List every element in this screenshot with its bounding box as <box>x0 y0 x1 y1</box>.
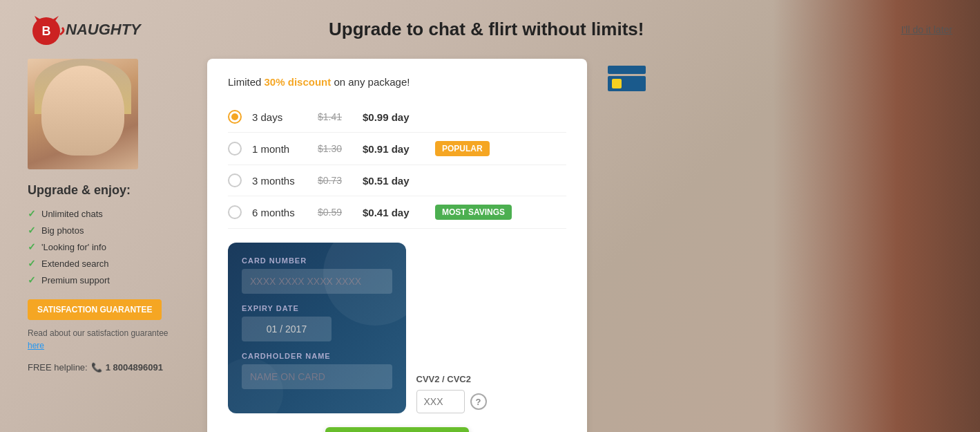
pay-now-button[interactable]: Pay now! <box>325 427 469 432</box>
current-price-3months: $0.51 day <box>363 175 425 187</box>
check-icon: ✓ <box>28 258 36 269</box>
benefit-item: ✓ Extended search <box>28 258 186 269</box>
upgrade-title: Upgrade & enjoy: <box>28 183 186 198</box>
original-price-1month: $1.30 <box>318 143 352 154</box>
satisfaction-text: Read about our satisfaction guarantee he… <box>28 327 186 352</box>
card-icon <box>608 66 646 91</box>
popular-badge: POPULAR <box>435 141 490 156</box>
original-price-3days: $1.41 <box>318 111 352 122</box>
cardholder-input[interactable] <box>242 364 392 389</box>
check-icon: ✓ <box>28 208 36 219</box>
satisfaction-link[interactable]: here <box>28 341 44 350</box>
helpline-number: 1 8004896091 <box>106 362 163 373</box>
profile-photo <box>28 59 138 169</box>
cvv-help-icon[interactable]: ? <box>470 393 487 410</box>
helpline: FREE helpline: 📞 1 8004896091 <box>28 362 186 373</box>
card-number-input[interactable] <box>242 269 392 294</box>
discount-text: Limited <box>228 76 261 88</box>
plan-3days[interactable]: 3 days $1.41 $0.99 day <box>228 102 566 133</box>
right-section: CVV2 / CVC2 ? <box>416 243 567 413</box>
plan-3months[interactable]: 3 months $0.73 $0.51 day <box>228 165 566 196</box>
card-stripe-chip <box>608 76 646 91</box>
current-price-6months: $0.41 day <box>363 207 425 218</box>
card-number-label: CARD NUMBER <box>242 256 392 265</box>
profile-face <box>41 66 124 156</box>
check-icon: ✓ <box>28 274 36 285</box>
benefit-label: Big photos <box>41 225 84 236</box>
original-price-3months: $0.73 <box>318 175 352 186</box>
benefits-list: ✓ Unlimited chats ✓ Big photos ✓ 'Lookin… <box>28 208 186 285</box>
plan-1month[interactable]: 1 month $1.30 $0.91 day POPULAR <box>228 133 566 165</box>
main-layout: Upgrade & enjoy: ✓ Unlimited chats ✓ Big… <box>0 59 980 432</box>
radio-1month[interactable] <box>228 142 242 156</box>
benefit-item: ✓ 'Looking for' info <box>28 241 186 252</box>
benefit-label: Unlimited chats <box>41 209 103 219</box>
original-price-6months: $0.59 <box>318 207 352 218</box>
current-price-1month: $0.91 day <box>363 143 425 155</box>
current-price-3days: $0.99 day <box>363 111 425 123</box>
benefit-item: ✓ Premium support <box>28 274 186 285</box>
benefit-label: 'Looking for' info <box>41 242 106 252</box>
check-icon: ✓ <box>28 225 36 236</box>
card-stripe-top <box>608 66 646 74</box>
pay-now-wrapper: Pay now! <box>228 427 566 432</box>
benefit-item: ✓ Unlimited chats <box>28 208 186 219</box>
main-content: Limited 30% discount on any package! 3 d… <box>207 59 587 432</box>
plan-name-3days: 3 days <box>252 111 307 123</box>
expiry-label: EXPIRY DATE <box>242 304 332 312</box>
header: B NAUGHTY Upgrade to chat & flirt withou… <box>0 0 980 59</box>
discount-suffix: on any package! <box>334 76 410 88</box>
radio-3days[interactable] <box>228 110 242 124</box>
expiry-input[interactable] <box>242 317 332 341</box>
logo-icon: B <box>28 10 66 48</box>
cvv-section: CVV2 / CVC2 ? <box>416 374 567 413</box>
check-icon: ✓ <box>28 241 36 252</box>
svg-text:B: B <box>42 24 51 38</box>
benefit-label: Premium support <box>41 275 110 285</box>
plan-name-6months: 6 months <box>252 207 307 218</box>
cvv-input-row: ? <box>416 390 567 413</box>
card-form: CARD NUMBER EXPIRY DATE CARDHOLDER NAME <box>228 243 406 413</box>
plan-name-3months: 3 months <box>252 175 307 187</box>
plan-name-1month: 1 month <box>252 143 307 155</box>
satisfaction-guarantee-button[interactable]: SATISFACTION GUARANTEE <box>28 299 162 320</box>
benefit-label: Extended search <box>41 259 109 269</box>
helpline-label: FREE helpline: <box>28 362 88 373</box>
discount-banner: Limited 30% discount on any package! <box>228 76 566 88</box>
phone-icon: 📞 <box>91 362 102 373</box>
savings-badge: MOST SAVINGS <box>435 205 512 220</box>
cvv-input[interactable] <box>416 390 465 413</box>
radio-3months[interactable] <box>228 173 242 187</box>
page-wrapper: B NAUGHTY Upgrade to chat & flirt withou… <box>0 0 980 432</box>
card-icon-area <box>608 59 646 432</box>
expiry-row: EXPIRY DATE <box>242 304 392 341</box>
cardholder-label: CARDHOLDER NAME <box>242 352 392 360</box>
sidebar: Upgrade & enjoy: ✓ Unlimited chats ✓ Big… <box>28 59 186 432</box>
chip-gold <box>612 79 622 88</box>
plan-6months[interactable]: 6 months $0.59 $0.41 day MOST SAVINGS <box>228 196 566 229</box>
radio-inner <box>231 113 238 120</box>
radio-6months[interactable] <box>228 205 242 219</box>
pricing-card: Limited 30% discount on any package! 3 d… <box>207 59 587 432</box>
expiry-label-group: EXPIRY DATE <box>242 304 332 341</box>
discount-value: 30% discount <box>265 76 332 88</box>
cvv-label: CVV2 / CVC2 <box>416 374 567 384</box>
do-later-link[interactable]: I'll do it later <box>901 24 952 35</box>
header-title: Upgrade to chat & flirt without limits! <box>72 19 901 40</box>
benefit-item: ✓ Big photos <box>28 225 186 236</box>
payment-section: CARD NUMBER EXPIRY DATE CARDHOLDER NAME <box>228 243 566 413</box>
